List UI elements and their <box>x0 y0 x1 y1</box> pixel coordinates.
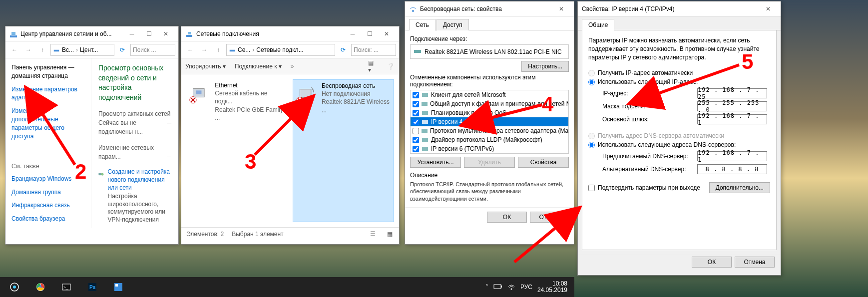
close-button[interactable]: ✕ <box>157 28 174 40</box>
component-item[interactable]: IP версии 4 (TCP/IPv4) <box>411 117 568 126</box>
description-label: Описание <box>410 172 569 179</box>
subnet-mask-input[interactable]: 255 . 255 . 255 . 0 <box>697 101 767 111</box>
manual-dns-radio[interactable]: Использовать следующие адреса DNS-сервер… <box>588 141 770 148</box>
component-item[interactable]: IP версии 6 (TCP/IPv6) <box>411 144 568 153</box>
dns1-input[interactable]: 192 . 168 . 7 . 1 <box>697 151 767 161</box>
battery-icon[interactable] <box>493 284 502 291</box>
tab-network[interactable]: Сеть <box>409 19 435 30</box>
svg-text:>_: >_ <box>63 285 68 290</box>
change-adapter-link[interactable]: Изменение параметров адаптера <box>11 85 85 102</box>
back-button[interactable]: ← <box>8 44 20 56</box>
minimize-button[interactable]: ─ <box>123 28 140 40</box>
window-title: Центр управления сетями и об... <box>20 30 123 37</box>
app-taskbar-icon[interactable] <box>107 278 130 296</box>
annotation-1: 1 <box>560 210 572 234</box>
view-dropdown[interactable]: ▤ ▾ <box>368 62 377 71</box>
ok-button[interactable]: ОК <box>487 212 527 223</box>
internet-options-link[interactable]: Свойства браузера <box>11 215 85 223</box>
no-networks-text: Сейчас вы не подключены н... <box>98 119 143 135</box>
icons-view-button[interactable]: ▦ <box>385 230 394 239</box>
ethernet-icon <box>188 81 211 105</box>
tab-access[interactable]: Доступ <box>436 19 469 30</box>
component-item[interactable]: Драйвер протокола LLDP (Майкрософт) <box>411 135 568 144</box>
photoshop-taskbar-icon[interactable]: Ps <box>81 278 104 296</box>
language-indicator[interactable]: РУС <box>520 284 532 291</box>
configure-button[interactable]: Настроить... <box>521 61 569 72</box>
component-checkbox[interactable] <box>413 137 419 143</box>
taskbar: >_ Ps ˄ РУС 10:08 24.05.2019 <box>0 277 574 297</box>
maximize-button[interactable]: ☐ <box>140 28 157 40</box>
svg-rect-3 <box>99 174 101 176</box>
back-button[interactable]: ← <box>184 44 196 56</box>
minimize-button[interactable]: ─ <box>344 28 361 40</box>
forward-button[interactable]: → <box>198 44 210 56</box>
homegroup-link[interactable]: Домашняя группа <box>11 188 85 197</box>
component-label: IP версии 6 (TCP/IPv6) <box>431 145 494 152</box>
component-checkbox[interactable] <box>413 119 419 125</box>
auto-dns-radio: Получить адрес DNS-сервера автоматически <box>588 132 770 139</box>
search-input[interactable]: Поиск: ... <box>351 44 396 56</box>
connect-to-menu[interactable]: Подключение к ▾ <box>235 63 282 70</box>
validate-label: Подтвердить параметры при выходе <box>598 184 700 191</box>
ip-address-label: IP-адрес: <box>602 90 697 97</box>
gateway-input[interactable]: 192 . 168 . 7 . 1 <box>697 114 767 124</box>
component-icon <box>421 136 429 144</box>
refresh-button[interactable]: ⟳ <box>337 44 349 56</box>
component-checkbox[interactable] <box>413 110 419 116</box>
close-button[interactable]: ✕ <box>760 3 777 15</box>
ip-address-input[interactable]: 192 . 168 . 7 . 25 <box>697 88 767 98</box>
manual-ip-radio[interactable]: Использовать следующий IP-адрес: <box>588 78 770 85</box>
forward-button[interactable]: → <box>22 44 34 56</box>
control-panel-home[interactable]: Панель управления — домашняя страница <box>11 63 85 80</box>
nic-icon <box>414 47 422 56</box>
properties-button[interactable]: Свойства <box>518 157 569 168</box>
wifi-tray-icon[interactable] <box>507 283 515 292</box>
wifi-item[interactable]: Беспроводная сеть Нет подключения Realte… <box>293 79 394 222</box>
advanced-button[interactable]: Дополнительно... <box>709 182 770 193</box>
new-connection-link[interactable]: Создание и настройка нового подключения … <box>108 168 172 192</box>
breadcrumb[interactable]: Вс... › Цент... <box>50 44 114 56</box>
new-connection-task[interactable]: Создание и настройка нового подключения … <box>98 168 171 224</box>
svg-rect-32 <box>494 285 501 289</box>
firewall-link[interactable]: Брандмауэр Windows <box>11 175 85 183</box>
component-checkbox[interactable] <box>413 128 419 134</box>
dns1-label: Предпочитаемый DNS-сервер: <box>602 153 697 160</box>
tab-strip: Сеть Доступ <box>405 16 574 30</box>
start-button[interactable] <box>3 278 26 296</box>
maximize-button[interactable]: ☐ <box>361 28 378 40</box>
breadcrumb-bar: ← → ↑ Се... › Сетевые подкл... ⟳ Поиск: … <box>181 41 399 58</box>
close-button[interactable]: ✕ <box>378 28 395 40</box>
wifi-icon <box>295 82 318 106</box>
refresh-button[interactable]: ⟳ <box>116 44 128 56</box>
organize-menu[interactable]: Упорядочить ▾ <box>185 63 226 70</box>
irda-link[interactable]: Инфракрасная связь <box>11 201 85 210</box>
ok-button[interactable]: ОК <box>692 257 732 268</box>
ethernet-item[interactable]: Ethernet Сетевой кабель не подк... Realt… <box>186 79 288 222</box>
component-label: Драйвер протокола LLDP (Майкрософт) <box>431 136 542 143</box>
component-checkbox[interactable] <box>413 146 419 152</box>
change-sharing-link[interactable]: Изменить дополнительные параметры общего… <box>11 107 85 140</box>
tab-general[interactable]: Общие <box>582 19 614 30</box>
close-button[interactable]: ✕ <box>553 3 570 15</box>
svg-rect-11 <box>300 89 311 98</box>
component-checkbox[interactable] <box>413 101 419 107</box>
svg-point-34 <box>510 288 512 290</box>
up-button[interactable]: ↑ <box>212 44 224 56</box>
search-input[interactable]: Поиск ... <box>130 44 175 56</box>
install-button[interactable]: Установить... <box>410 157 461 168</box>
validate-checkbox[interactable] <box>588 185 595 191</box>
main-content: Просмотр основных сведений о сети и наст… <box>91 58 178 228</box>
component-checkbox[interactable] <box>413 92 419 98</box>
chrome-taskbar-icon[interactable] <box>29 278 52 296</box>
dns2-input[interactable]: 8 . 8 . 8 . 8 <box>697 164 767 174</box>
breadcrumb[interactable]: Се... › Сетевые подкл... <box>226 44 335 56</box>
cancel-button[interactable]: Отмена <box>735 257 775 268</box>
clock[interactable]: 10:08 24.05.2019 <box>537 281 567 294</box>
details-view-button[interactable]: ☰ <box>368 230 377 239</box>
up-button[interactable]: ↑ <box>36 44 48 56</box>
component-item[interactable]: Протокол мультиплексора сетевого адаптер… <box>411 126 568 135</box>
help-button[interactable]: ❔ <box>386 62 395 71</box>
terminal-taskbar-icon[interactable]: >_ <box>55 278 78 296</box>
tray-expand-icon[interactable]: ˄ <box>485 284 488 291</box>
dns2-label: Альтернативный DNS-сервер: <box>602 166 697 173</box>
